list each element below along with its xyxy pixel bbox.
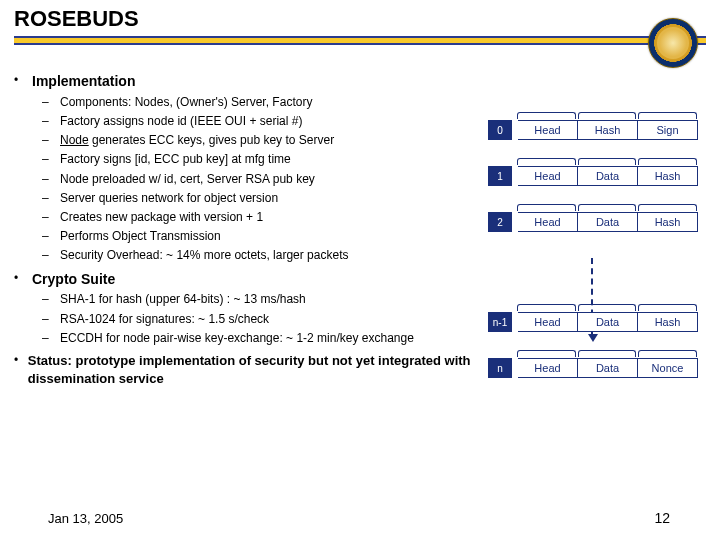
- dash-icon: –: [42, 209, 60, 225]
- sub-item: –Performs Object Transmission: [42, 228, 474, 244]
- brace-icon: [516, 304, 698, 312]
- packet-index: 0: [488, 120, 512, 140]
- sub-text: Performs Object Transmission: [60, 228, 474, 244]
- packet-diagram: 0 Head Hash Sign 1 Head Data Hash 2 Head…: [488, 120, 698, 378]
- bullet-label: Status: prototype implementation of secu…: [28, 352, 474, 387]
- packet-cell: Hash: [638, 166, 698, 186]
- sub-item: –Security Overhead: ~ 14% more octets, l…: [42, 247, 474, 263]
- packet-row: n-1 Head Data Hash: [488, 312, 698, 332]
- packet-cell: Data: [578, 166, 638, 186]
- packet-cell-head: Head: [518, 312, 578, 332]
- sub-item: –Node generates ECC keys, gives pub key …: [42, 132, 474, 148]
- sub-item: –Server queries network for object versi…: [42, 190, 474, 206]
- slide-body: • Implementation –Components: Nodes, (Ow…: [14, 70, 474, 387]
- dash-icon: –: [42, 171, 60, 187]
- dash-icon: –: [42, 311, 60, 327]
- packet-cell-head: Head: [518, 212, 578, 232]
- packet-cell-head: Head: [518, 120, 578, 140]
- packet-row: 2 Head Data Hash: [488, 212, 698, 232]
- sub-item: –Creates new package with version + 1: [42, 209, 474, 225]
- sub-text: RSA-1024 for signatures: ~ 1.5 s/check: [60, 311, 474, 327]
- packet-cell-head: Head: [518, 358, 578, 378]
- underline-word: Node: [60, 133, 89, 147]
- footer-date: Jan 13, 2005: [48, 511, 123, 526]
- sub-item: –ECCDH for node pair-wise key-exchange: …: [42, 330, 474, 346]
- sub-text: Node preloaded w/ id, cert, Server RSA p…: [60, 171, 474, 187]
- sub-item: –Factory signs [id, ECC pub key] at mfg …: [42, 151, 474, 167]
- packet-cell-head: Head: [518, 166, 578, 186]
- sub-text: Components: Nodes, (Owner's) Server, Fac…: [60, 94, 474, 110]
- packet-cell: Sign: [638, 120, 698, 140]
- sub-text: Factory assigns node id (IEEE OUI + seri…: [60, 113, 474, 129]
- packet-index: 2: [488, 212, 512, 232]
- university-seal-icon: [648, 18, 698, 68]
- bullet-dot-icon: •: [14, 72, 32, 91]
- brace-icon: [516, 350, 698, 358]
- sub-text-rest: generates ECC keys, gives pub key to Ser…: [89, 133, 334, 147]
- sub-item: –Node preloaded w/ id, cert, Server RSA …: [42, 171, 474, 187]
- packet-cell: Data: [578, 212, 638, 232]
- packet-index: n-1: [488, 312, 512, 332]
- bullet-implementation: • Implementation: [14, 72, 474, 91]
- dash-icon: –: [42, 132, 60, 148]
- sub-item: –Components: Nodes, (Owner's) Server, Fa…: [42, 94, 474, 110]
- dash-icon: –: [42, 247, 60, 263]
- brace-icon: [516, 204, 698, 212]
- sub-text: ECCDH for node pair-wise key-exchange: ~…: [60, 330, 474, 346]
- packet-cell: Nonce: [638, 358, 698, 378]
- dash-icon: –: [42, 113, 60, 129]
- sub-text: SHA-1 for hash (upper 64-bits) : ~ 13 ms…: [60, 291, 474, 307]
- bullet-dot-icon: •: [14, 270, 32, 289]
- packet-cell: Hash: [638, 312, 698, 332]
- sub-text: Creates new package with version + 1: [60, 209, 474, 225]
- bullet-dot-icon: •: [14, 352, 28, 387]
- sub-text: Node generates ECC keys, gives pub key t…: [60, 132, 474, 148]
- packet-cell: Hash: [578, 120, 638, 140]
- packet-cell: Data: [578, 358, 638, 378]
- footer-page-number: 12: [654, 510, 670, 526]
- bullet-status: • Status: prototype implementation of se…: [14, 352, 474, 387]
- dash-icon: –: [42, 228, 60, 244]
- dash-icon: –: [42, 151, 60, 167]
- slide-title: ROSEBUDS: [14, 6, 139, 32]
- sub-item: –SHA-1 for hash (upper 64-bits) : ~ 13 m…: [42, 291, 474, 307]
- sub-item: –Factory assigns node id (IEEE OUI + ser…: [42, 113, 474, 129]
- rule-bottom: [14, 43, 706, 45]
- sub-text: Security Overhead: ~ 14% more octets, la…: [60, 247, 474, 263]
- packet-row: 1 Head Data Hash: [488, 166, 698, 186]
- bullet-label: Crypto Suite: [32, 270, 115, 289]
- packet-cell: Hash: [638, 212, 698, 232]
- dash-icon: –: [42, 190, 60, 206]
- packet-index: 1: [488, 166, 512, 186]
- dash-icon: –: [42, 94, 60, 110]
- dash-icon: –: [42, 291, 60, 307]
- packet-index: n: [488, 358, 512, 378]
- brace-icon: [516, 112, 698, 120]
- dash-icon: –: [42, 330, 60, 346]
- packet-row: 0 Head Hash Sign: [488, 120, 698, 140]
- bullet-crypto-suite: • Crypto Suite: [14, 270, 474, 289]
- packet-row: n Head Data Nonce: [488, 358, 698, 378]
- sub-text: Factory signs [id, ECC pub key] at mfg t…: [60, 151, 474, 167]
- brace-icon: [516, 158, 698, 166]
- sub-item: –RSA-1024 for signatures: ~ 1.5 s/check: [42, 311, 474, 327]
- bullet-label: Implementation: [32, 72, 135, 91]
- packet-cell: Data: [578, 312, 638, 332]
- sub-text: Server queries network for object versio…: [60, 190, 474, 206]
